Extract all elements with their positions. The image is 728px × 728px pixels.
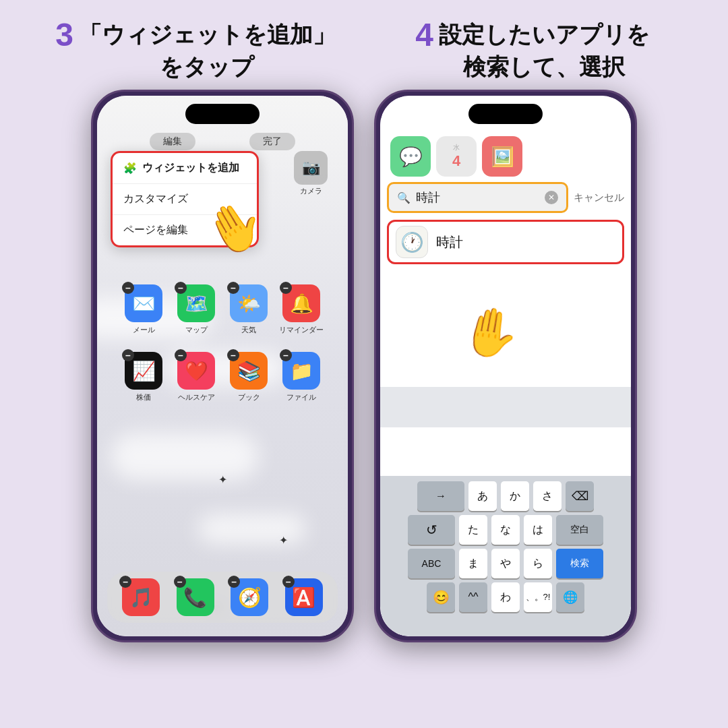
keyboard-row-4: 😊 ^^ わ 、。?! 🌐 bbox=[383, 582, 628, 612]
minus-badge-music: – bbox=[119, 576, 131, 588]
messages-app-top: 💬 bbox=[390, 136, 431, 177]
minus-badge-safari: – bbox=[228, 576, 240, 588]
step-4-label: 4 設定したいアプリを検索して、選択 bbox=[364, 19, 701, 83]
app-row-1: – ✉️ メール – 🗺️ マップ – bbox=[97, 284, 348, 335]
widget-icon: 🧩 bbox=[123, 162, 137, 175]
camera-app-icon: 📷 bbox=[294, 151, 328, 185]
camera-label: カメラ bbox=[294, 186, 328, 196]
key-sa[interactable]: さ bbox=[533, 481, 562, 511]
key-emoji[interactable]: 😊 bbox=[427, 582, 455, 612]
reminders-label: リマインダー bbox=[279, 325, 324, 335]
key-space[interactable]: 空白 bbox=[556, 515, 603, 545]
step-4-number: 4 bbox=[415, 19, 433, 51]
phone-2-inner: 💬 水 4 🖼️ bbox=[380, 96, 631, 636]
phones-container: ✦ ✦ ✦ 編集 完了 📷 カメラ 🧩 bbox=[71, 90, 657, 728]
search-bar-row: 🔍 時計 ✕ キャンセル bbox=[387, 182, 624, 213]
step-3-number: 3 bbox=[55, 19, 73, 51]
cancel-button[interactable]: キャンセル bbox=[574, 191, 624, 204]
search-icon: 🔍 bbox=[397, 191, 411, 204]
phone-1: ✦ ✦ ✦ 編集 完了 📷 カメラ 🧩 bbox=[91, 90, 354, 642]
key-abc[interactable]: ABC bbox=[408, 549, 455, 578]
phone-dock-icon[interactable]: – 📞 bbox=[177, 578, 214, 616]
weather-app[interactable]: – 🌤️ 天気 bbox=[225, 284, 272, 335]
mail-label: メール bbox=[133, 325, 155, 335]
key-na[interactable]: な bbox=[491, 515, 520, 545]
stocks-label: 株価 bbox=[136, 392, 151, 402]
phone-1-inner: ✦ ✦ ✦ 編集 完了 📷 カメラ 🧩 bbox=[97, 96, 348, 636]
clock-app-label: 時計 bbox=[436, 233, 463, 251]
add-widget-menu-item[interactable]: 🧩 ウィジェットを追加 bbox=[113, 153, 257, 184]
camera-icon-area: 📷 カメラ bbox=[294, 151, 328, 196]
phone1-topbar: 編集 完了 bbox=[97, 133, 348, 150]
key-ka[interactable]: か bbox=[501, 481, 529, 511]
key-undo[interactable]: ↺ bbox=[408, 515, 455, 545]
cloud-3 bbox=[111, 433, 259, 480]
phone2-screen: 💬 水 4 🖼️ bbox=[380, 96, 631, 636]
key-a[interactable]: あ bbox=[468, 481, 497, 511]
step-3-label: 3 「ウィジェットを追加」をタップ bbox=[27, 19, 364, 83]
hand-pointer-2: 🤚 bbox=[457, 300, 524, 365]
app-row-2: – 📈 株価 – ❤️ ヘルスケア – bbox=[97, 352, 348, 402]
weather-label: 天気 bbox=[241, 325, 256, 335]
key-ra[interactable]: ら bbox=[524, 549, 552, 578]
key-delete[interactable]: ⌫ bbox=[566, 481, 594, 511]
clear-button[interactable]: ✕ bbox=[545, 191, 558, 204]
step-labels: 3 「ウィジェットを追加」をタップ 4 設定したいアプリを検索して、選択 bbox=[0, 0, 728, 90]
maps-app[interactable]: – 🗺️ マップ bbox=[173, 284, 220, 335]
key-wa[interactable]: わ bbox=[491, 582, 520, 612]
key-ta[interactable]: た bbox=[459, 515, 487, 545]
stocks-app[interactable]: – 📈 株価 bbox=[120, 352, 167, 402]
files-label: ファイル bbox=[286, 392, 316, 402]
books-app[interactable]: – 📚 ブック bbox=[225, 352, 272, 402]
search-bar[interactable]: 🔍 時計 ✕ bbox=[387, 182, 568, 213]
dynamic-island-1 bbox=[185, 104, 260, 124]
clock-app-icon: 🕐 bbox=[396, 226, 428, 258]
key-punct[interactable]: 、。?! bbox=[524, 582, 552, 612]
sparkle-2: ✦ bbox=[279, 534, 288, 547]
dock: – 🎵 – 📞 – 🧭 – 🅰️ bbox=[107, 572, 338, 623]
key-arrow[interactable]: → bbox=[417, 481, 464, 511]
safari-dock-icon[interactable]: – 🧭 bbox=[231, 578, 268, 616]
key-search[interactable]: 検索 bbox=[556, 549, 603, 578]
phone2-top-apps: 💬 水 4 🖼️ bbox=[380, 136, 631, 177]
keyboard-row-2: ↺ た な は 空白 bbox=[383, 515, 628, 545]
done-button[interactable]: 完了 bbox=[249, 133, 295, 150]
photos-app-top: 🖼️ bbox=[482, 136, 522, 177]
minus-badge-phone: – bbox=[174, 576, 186, 588]
minus-badge-appstore: – bbox=[282, 576, 295, 588]
files-app[interactable]: – 📁 ファイル bbox=[278, 352, 325, 402]
search-result-item[interactable]: 🕐 時計 bbox=[387, 220, 624, 264]
health-label: ヘルスケア bbox=[178, 392, 215, 402]
key-ha[interactable]: は bbox=[524, 515, 552, 545]
dynamic-island-2 bbox=[468, 104, 543, 124]
sparkle-1: ✦ bbox=[218, 473, 227, 486]
step-3-text: 「ウィジェットを追加」をタップ bbox=[79, 19, 336, 83]
mail-app[interactable]: – ✉️ メール bbox=[120, 284, 167, 335]
keyboard: → あ か さ ⌫ ↺ た な は 空白 bbox=[380, 476, 631, 636]
calendar-widget: 水 4 bbox=[436, 136, 477, 177]
phone-2: 💬 水 4 🖼️ bbox=[374, 90, 637, 642]
key-ya[interactable]: や bbox=[491, 549, 520, 578]
reminders-app[interactable]: – 🔔 リマインダー bbox=[278, 284, 325, 335]
key-ma[interactable]: ま bbox=[459, 549, 487, 578]
search-overlay: 🔍 時計 ✕ キャンセル 🕐 時計 bbox=[387, 182, 624, 264]
keyboard-row-3: ABC ま や ら 検索 bbox=[383, 549, 628, 578]
keyboard-row-1: → あ か さ ⌫ bbox=[383, 481, 628, 511]
search-query-text: 時計 bbox=[416, 189, 539, 206]
keyboard-spacer bbox=[380, 387, 631, 427]
cloud-4 bbox=[198, 514, 306, 544]
key-symbol[interactable]: ^^ bbox=[459, 582, 487, 612]
music-dock-icon[interactable]: – 🎵 bbox=[122, 578, 160, 616]
step-4-text: 設定したいアプリを検索して、選択 bbox=[439, 19, 650, 83]
edit-button[interactable]: 編集 bbox=[150, 133, 195, 150]
health-app[interactable]: – ❤️ ヘルスケア bbox=[173, 352, 220, 402]
books-label: ブック bbox=[238, 392, 260, 402]
maps-label: マップ bbox=[185, 325, 208, 335]
appstore-dock-icon[interactable]: – 🅰️ bbox=[285, 578, 323, 616]
key-mic[interactable]: 🌐 bbox=[556, 582, 584, 612]
